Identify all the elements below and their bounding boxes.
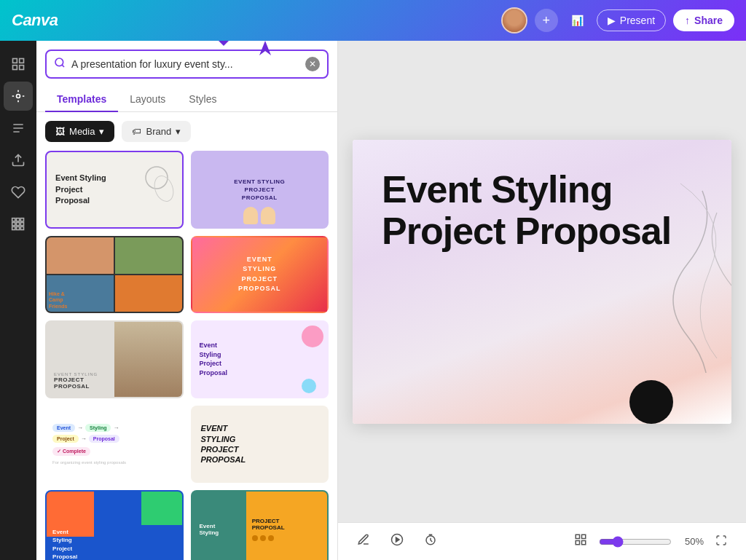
tabs-row: Templates Layouts Styles [36,79,337,112]
zoom-label: 50% [678,536,704,547]
tab-styles[interactable]: Styles [177,87,228,112]
sidebar-upload-icon[interactable] [4,146,33,175]
svg-point-15 [146,167,168,189]
main-layout: ✕ Sarah Templates Layouts Styles [0,41,746,560]
search-container: ✕ Sarah [36,41,337,79]
filter-row: 🖼 Media ▾ 🏷 Brand ▾ [36,112,337,151]
sidebar-apps-icon[interactable] [4,210,33,239]
canvas-area: Event Styling Project Proposal [338,41,746,560]
sidebar-templates-icon[interactable] [4,82,33,111]
stats-button[interactable]: 📊 [565,10,589,31]
template-card[interactable]: EventStylingProjectProposal [45,490,183,560]
canvas-main: Event Styling Project Proposal [338,41,746,522]
search-bar: ✕ [45,50,329,79]
zoom-controls: 50% [570,529,731,554]
svg-marker-18 [396,537,400,542]
chevron-down-icon: ▾ [99,126,104,137]
svg-point-4 [17,95,20,98]
play-button[interactable] [386,529,408,554]
svg-rect-21 [582,535,586,538]
svg-rect-7 [20,218,23,221]
svg-rect-12 [17,226,20,229]
search-clear-button[interactable]: ✕ [305,57,320,71]
template-card[interactable]: EVENTSTYLINGPROJECTPROPOSAL [191,236,329,314]
stats-icon: 📊 [571,15,584,26]
svg-rect-0 [13,59,17,63]
svg-rect-5 [12,218,15,221]
brand-icon: 🏷 [132,126,141,137]
svg-rect-23 [582,541,586,545]
svg-point-14 [55,58,63,66]
template-card[interactable]: Event Styling PROJECTPROPOSAL [45,320,183,398]
template-grid-inner: Event StylingProjectProposal EVENT STYLI… [45,151,329,560]
templates-panel: ✕ Sarah Templates Layouts Styles [36,41,338,560]
share-icon: ↑ [685,15,690,26]
svg-rect-10 [20,223,23,226]
slide-title: Event Styling Project Proposal [382,169,702,252]
template-card[interactable]: EventStylingProjectProposal [191,320,329,398]
sidebar-brand-icon[interactable] [4,178,33,207]
canva-logo: Canva [12,11,58,30]
tab-templates[interactable]: Templates [45,87,118,112]
template-card[interactable]: Hike &CampFriends [45,236,183,314]
header: Canva + 📊 ▶ Present ↑ Share [0,0,746,41]
template-title: Event StylingProjectProposal [55,173,106,206]
slide-black-circle [629,380,673,424]
sidebar-text-icon[interactable] [4,114,33,143]
svg-rect-3 [20,66,24,70]
template-title: EVENTSTYLINGPROJECTPROPOSAL [238,255,281,294]
header-actions: + 📊 ▶ Present ↑ Share [501,7,734,33]
zoom-slider[interactable] [599,536,672,548]
present-button[interactable]: ▶ Present [597,9,666,31]
present-icon: ▶ [608,15,616,26]
svg-rect-22 [576,541,579,545]
template-title: EVENTSTYLINGPROJECTPROPOSAL [201,423,246,465]
template-card[interactable]: Event → Styling → Project → Proposal ✓ C… [45,406,183,484]
template-card[interactable]: Event StylingProjectProposal [45,151,183,229]
search-icon [54,57,66,71]
search-input[interactable] [71,58,299,70]
template-card[interactable]: EVENTSTYLINGPROJECTPROPOSAL [191,406,329,484]
canvas-toolbar: 50% [338,522,746,560]
zoom-slider-wrap: 50% [599,536,704,548]
slide-canvas[interactable]: Event Styling Project Proposal [353,140,731,424]
template-subtitle: EventStyling [200,523,320,536]
svg-rect-13 [20,226,23,229]
sidebar-home-icon[interactable] [4,50,33,79]
svg-rect-1 [20,59,24,63]
svg-rect-2 [13,66,17,70]
template-title: PROJECTPROPOSAL [54,376,174,390]
filter-media-button[interactable]: 🖼 Media ▾ [45,121,114,142]
chevron-down-icon: ▾ [176,126,181,137]
share-button[interactable]: ↑ Share [673,9,734,31]
grid-view-button[interactable] [570,529,592,554]
template-card[interactable]: EVENT STYLINGPROJECTPROPOSAL [191,151,329,229]
template-title: EventStylingProjectProposal [200,341,320,377]
tooltip-pointer [256,41,274,60]
sidebar-icons [0,41,36,560]
svg-rect-9 [17,223,20,226]
filter-brand-button[interactable]: 🏷 Brand ▾ [122,121,191,142]
tab-layouts[interactable]: Layouts [118,87,177,112]
template-tagline: For organizing event styling proposals [52,460,176,465]
svg-rect-20 [576,535,579,538]
svg-rect-8 [12,223,15,226]
user-avatar[interactable] [501,7,527,33]
fullscreen-button[interactable] [711,530,731,553]
svg-rect-11 [12,226,15,229]
svg-rect-6 [17,218,20,221]
timer-button[interactable] [420,529,441,554]
svg-point-16 [151,173,176,204]
template-card[interactable]: ProjectProposal EventStyling [191,490,329,560]
add-button[interactable]: + [535,9,558,32]
template-title: EVENT STYLINGPROJECTPROPOSAL [234,178,285,202]
template-title: EventStylingProjectProposal [52,528,176,560]
slide-settings-button[interactable] [353,529,374,554]
template-grid: Event StylingProjectProposal EVENT STYLI… [36,151,337,560]
image-icon: 🖼 [55,126,65,137]
